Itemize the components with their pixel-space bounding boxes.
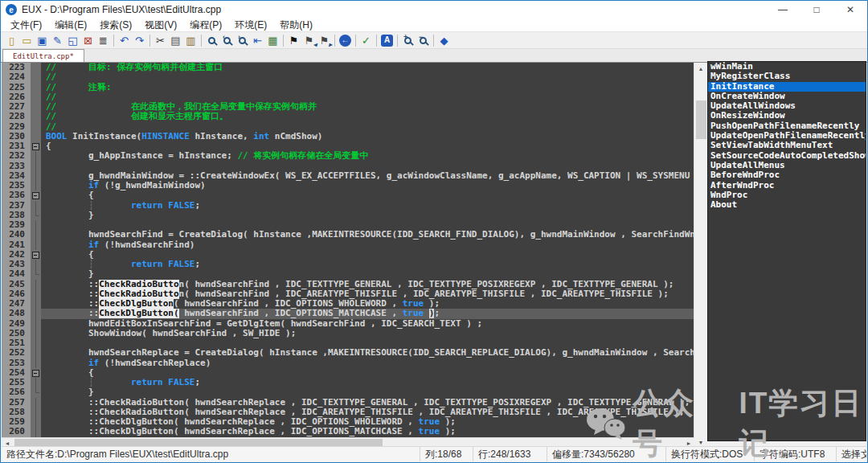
code-text[interactable]: ::CheckDlgButton( hwndSearchReplace , ID…	[41, 417, 694, 427]
code-text[interactable]: ┆ return FALSE;	[41, 378, 694, 387]
code-text[interactable]: ::CheckDlgButton( hwndSearchFind , IDC_O…	[41, 309, 694, 318]
code-text[interactable]: // 创建和显示主程序窗口。	[41, 112, 694, 121]
code-text[interactable]: ::CheckRadioButton( hwndSearchReplace , …	[41, 398, 694, 408]
code-text[interactable]	[41, 338, 694, 348]
code-text[interactable]: if (!hwndSearchReplace)	[41, 359, 694, 368]
function-list-item-afterwndproc[interactable]: AfterWndProc	[708, 181, 866, 191]
code-text[interactable]: hwndSearchFind = CreateDialog( hInstance…	[41, 230, 694, 240]
zoom-out-icon[interactable]: −	[416, 33, 431, 47]
code-text[interactable]: ┆ return FALSE;	[41, 260, 694, 269]
close-file-icon[interactable]: ⊠	[80, 33, 96, 47]
save-all-icon[interactable]: ◱	[65, 33, 80, 47]
menu-item-e[interactable]: 环境(E)	[228, 18, 273, 31]
function-list-item-setviewtabwidthmenutext[interactable]: SetViewTabWidthMenuText	[708, 141, 866, 150]
code-text[interactable]: //	[41, 122, 694, 132]
code-text[interactable]: BOOL InitInstance(HINSTANCE hInstance, i…	[41, 132, 694, 141]
menu-item-s[interactable]: 搜索(S)	[93, 18, 138, 31]
save-icon[interactable]: ▣	[35, 33, 50, 47]
maximize-button[interactable]: □	[800, 1, 833, 18]
function-list-item-wndproc[interactable]: WndProc	[708, 191, 866, 200]
line-list-icon[interactable]: ≣	[96, 33, 111, 47]
fold-marker-icon[interactable]	[31, 191, 41, 200]
function-list-item-updateallmenus[interactable]: UpdateAllMenus	[708, 161, 866, 170]
function-list-item-beforewndproc[interactable]: BeforeWndProc	[708, 170, 866, 180]
menu-item-h[interactable]: 帮助(H)	[273, 18, 319, 31]
syntax-color-icon[interactable]: A	[379, 33, 395, 47]
code-text[interactable]: {	[41, 250, 694, 260]
menu-item-v[interactable]: 视图(V)	[138, 18, 183, 31]
redo-icon[interactable]: ↷	[132, 33, 147, 47]
function-list-item-pushopenpathfilenamerecently[interactable]: PushOpenPathFilenameRecently	[708, 121, 866, 131]
code-text[interactable]: }	[41, 269, 694, 279]
code-text[interactable]	[41, 220, 694, 230]
code-text[interactable]: ::CheckRadioButton( hwndSearchReplace , …	[41, 408, 694, 417]
code-text[interactable]: ┆ return FALSE;	[41, 201, 694, 211]
code-text[interactable]: ::CheckRadioButton( hwndSearchFind , IDC…	[41, 289, 694, 299]
zoom-in-icon[interactable]: +	[400, 33, 416, 47]
prev-bookmark-icon[interactable]: ⚑◂	[301, 33, 317, 47]
fold-marker-icon[interactable]	[31, 250, 41, 260]
code-text[interactable]: ::CheckDlgButton( hwndSearchReplace , ID…	[41, 427, 694, 436]
function-list-item-initinstance[interactable]: InitInstance	[708, 82, 866, 92]
undo-icon[interactable]: ↶	[117, 33, 132, 47]
find-icon[interactable]	[204, 33, 219, 47]
code-text[interactable]: g_hwndMainWindow = ::CreateWindowEx( WS_…	[41, 171, 694, 181]
function-list-item-setsourcecodeautocompletedshowaf[interactable]: SetSourceCodeAutoCompletedShowAf	[708, 151, 866, 161]
menu-item-p[interactable]: 编程(P)	[183, 18, 228, 31]
fold-marker-icon[interactable]	[31, 368, 41, 378]
code-text[interactable]: //	[41, 72, 694, 82]
copy-icon[interactable]: ▤	[168, 33, 183, 47]
function-list-item-onresizewindow[interactable]: OnResizeWindow	[708, 111, 866, 121]
menu-item-f[interactable]: 文件(F)	[4, 18, 48, 31]
code-text[interactable]: // 目标: 保存实例句柄并创建主窗口	[41, 63, 694, 72]
goto-icon[interactable]: ⇤	[250, 33, 265, 47]
checklist-icon[interactable]: ✓	[358, 33, 374, 47]
function-list-item-oncreatewindow[interactable]: OnCreateWindow	[708, 92, 866, 101]
close-button[interactable]: ✕	[833, 1, 867, 18]
new-file-icon[interactable]: ▯	[4, 33, 19, 47]
code-text[interactable]: {	[41, 191, 694, 200]
function-list-item-about[interactable]: About	[708, 200, 866, 210]
vertical-scrollbar[interactable]: ▲ ▼	[694, 63, 707, 448]
save-as-icon[interactable]: ✎	[50, 33, 65, 47]
function-list-item-wwinmain[interactable]: wWinMain	[708, 62, 866, 72]
code-text[interactable]	[41, 162, 694, 171]
go-back-icon[interactable]: ←	[338, 33, 353, 47]
code-text[interactable]: {	[41, 141, 694, 151]
code-text[interactable]: hwndEditBoxInSearchFind = GetDlgItem( hw…	[41, 319, 694, 329]
code-text[interactable]: ::CheckDlgButton( hwndSearchFind , IDC_O…	[41, 299, 694, 309]
code-text[interactable]: ::CheckRadioButton( hwndSearchFind , IDC…	[41, 280, 694, 289]
fold-marker-icon[interactable]	[31, 141, 41, 151]
paste-icon[interactable]: ▥	[183, 33, 199, 47]
code-editor[interactable]: 223// 目标: 保存实例句柄并创建主窗口224//225// 注释:226/…	[2, 63, 694, 437]
bookmark-icon[interactable]: ⚑	[286, 33, 301, 47]
grid-icon[interactable]: ▦	[265, 33, 280, 47]
code-text[interactable]: ShowWindow( hwndSearchFind , SW_HIDE );	[41, 329, 694, 338]
code-text[interactable]: //	[41, 92, 694, 102]
code-text[interactable]: if (!g_hwndMainWindow)	[41, 181, 694, 191]
code-text[interactable]: g_hAppInstance = hInstance; // 将实例句柄存储在全…	[41, 151, 694, 161]
toolbar-separator	[397, 35, 398, 47]
code-text[interactable]: hwndSearchReplace = CreateDialog( hInsta…	[41, 348, 694, 358]
code-text[interactable]: {	[41, 368, 694, 378]
code-text[interactable]: if (!hwndSearchFind)	[41, 240, 694, 250]
vertical-scrollbar-thumb[interactable]	[696, 100, 706, 139]
tab-editultra-cpp[interactable]: EditUltra.cpp*	[2, 49, 84, 62]
function-list-item-myregisterclass[interactable]: MyRegisterClass	[708, 72, 866, 81]
menu-item-e[interactable]: 编辑(E)	[48, 18, 93, 31]
code-text[interactable]: }	[41, 387, 694, 397]
minimize-button[interactable]: —	[766, 1, 800, 18]
cut-icon[interactable]: ✂	[153, 33, 168, 47]
code-text[interactable]: // 注释:	[41, 83, 694, 92]
find-prev-icon[interactable]: ‹	[219, 33, 235, 47]
function-list-item-updateallwindows[interactable]: UpdateAllWindows	[708, 101, 866, 111]
find-next-icon[interactable]: ›	[235, 33, 250, 47]
about-icon[interactable]: ◆	[436, 33, 452, 47]
function-list-item-updateopenpathfilenamerecently[interactable]: UpdateOpenPathFilenameRecently	[708, 131, 866, 141]
scroll-up-arrow-icon[interactable]: ▲	[694, 63, 707, 74]
code-text[interactable]: // 在此函数中，我们在全局变量中保存实例句柄并	[41, 102, 694, 112]
next-bookmark-icon[interactable]: ⚑▸	[317, 33, 332, 47]
open-file-icon[interactable]: ▭	[19, 33, 35, 47]
code-line-233: 233	[2, 162, 694, 171]
code-text[interactable]: }	[41, 211, 694, 220]
